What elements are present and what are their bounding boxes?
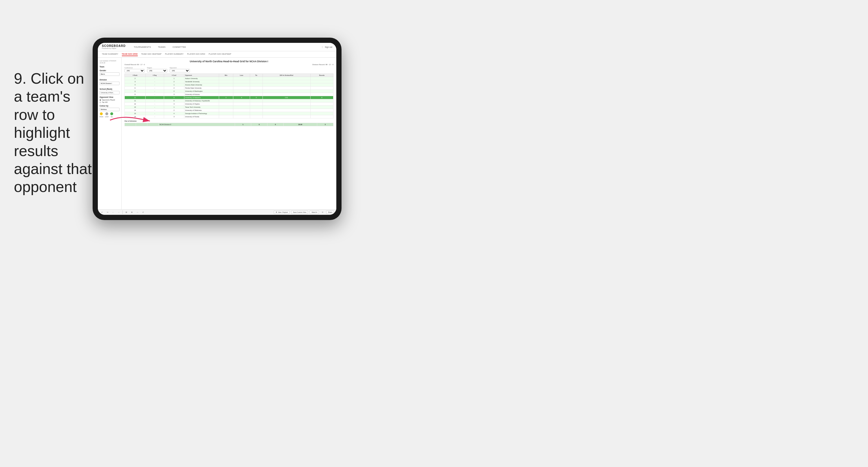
table-row[interactable]: 12-3University of Virginia — [125, 103, 334, 106]
col-rounds: Rounds — [310, 74, 333, 77]
opponent-filter: Opponent (All) — [169, 67, 190, 72]
share-icon[interactable]: ⊙ — [321, 211, 324, 214]
sidebar: Last Updated: 27/03/2024 16:55:38 Team G… — [98, 58, 122, 209]
col-reg: # Reg — [146, 74, 164, 77]
last-updated: Last Updated: 27/03/2024 16:55:38 — [99, 60, 120, 64]
h2h-table: # Rank # Reg # Conf Opponent Win Loss Ti… — [124, 74, 334, 118]
tab-team-h2h-grid[interactable]: TEAM H2H GRID — [122, 52, 138, 56]
toolbar-sep-1 — [122, 210, 123, 214]
table-row[interactable]: 15-4Georgia Institute of Technology — [125, 112, 334, 115]
region-select[interactable]: (All) — [147, 69, 167, 72]
table-row[interactable]: 4-1Arizona State University — [125, 83, 334, 87]
table-row[interactable]: 2-1Auburn University — [125, 77, 334, 80]
col-rank: # Rank — [125, 74, 146, 77]
back-btn[interactable]: ← — [111, 211, 115, 214]
toolbar-clock[interactable]: ⏱ — [141, 211, 145, 214]
forward-btn[interactable]: → — [117, 211, 121, 214]
toolbar-misc-1[interactable]: ⊞ — [124, 211, 128, 214]
main-content: Last Updated: 27/03/2024 16:55:38 Team G… — [98, 58, 336, 209]
table-row[interactable]: 9-3University of Arizona — [125, 93, 334, 96]
undo-btn[interactable]: ↩ — [100, 211, 104, 214]
nav-teams[interactable]: TEAMS — [157, 46, 167, 49]
share-btn[interactable]: Share — [326, 210, 334, 214]
redo-btn[interactable]: ↪ — [106, 211, 110, 214]
radio-top-100[interactable]: Top 100 — [99, 101, 120, 103]
table-row[interactable]: 16-3University of Florida — [125, 115, 334, 118]
filter-row: Conference (All) Region (All) Opponent — [124, 67, 334, 72]
overall-record: Overall Record: 89 - 17 - 0 — [124, 64, 145, 65]
school-label: School (Rank) — [99, 88, 120, 90]
radio-dot-top100 — [99, 101, 101, 103]
col-conf: # Conf — [164, 74, 184, 77]
table-row[interactable]: 11-6University of Arkansas, Fayetteville — [125, 99, 334, 103]
grid-panel: University of North Carolina Head-to-Hea… — [122, 58, 336, 209]
tab-player-h2h-heatmap[interactable]: PLAYER H2H HEATMAP — [209, 52, 231, 56]
conference-filter-label: Conference — [124, 67, 145, 68]
logo-subtitle: Powered by clippd — [102, 48, 126, 49]
col-opponent: Opponent — [184, 74, 219, 77]
tablet-screen: SCOREBOARD Powered by clippd TOURNAMENTS… — [98, 43, 336, 215]
table-row[interactable]: 14-2University of Oklahoma — [125, 109, 334, 112]
col-win: Win — [219, 74, 233, 77]
division-record: Division Record: 88 - 17 - 0 — [312, 64, 334, 65]
out-of-division-row[interactable]: NCAA Division II10026.003 — [125, 123, 334, 126]
logo-title: SCOREBOARD — [102, 45, 126, 48]
table-row[interactable]: 6-2Florida State University — [125, 87, 334, 90]
grid-records: Overall Record: 89 - 17 - 0 Division Rec… — [124, 64, 334, 65]
col-tie: Tie — [250, 74, 262, 77]
tab-player-summary[interactable]: PLAYER SUMMARY — [165, 52, 184, 56]
out-of-division-table: NCAA Division II10026.003 — [124, 123, 334, 126]
tablet-frame: SCOREBOARD Powered by clippd TOURNAMENTS… — [93, 38, 342, 220]
opponent-view-label: Opponent View — [99, 96, 120, 98]
legend-down-label: Down — [99, 116, 103, 118]
col-diff: Diff Av Strokes/Rnd — [262, 74, 310, 77]
colour-by-label: Colour by — [99, 105, 120, 107]
tab-team-summary[interactable]: TEAM SUMMARY — [102, 52, 118, 56]
legend-down: Down — [99, 112, 103, 118]
table-header-row: # Rank # Reg # Conf Opponent Win Loss Ti… — [125, 74, 334, 77]
opponent-select[interactable]: (All) — [169, 69, 190, 72]
table-row[interactable]: 11-5University of Alabama3002.618 — [125, 96, 334, 99]
arrow-annotation — [107, 113, 153, 127]
gender-label: Gender — [99, 69, 120, 71]
instruction-text: 9. Click on a team's row to highlight re… — [14, 69, 95, 196]
nav-committee[interactable]: COMMITTEE — [172, 46, 187, 49]
save-custom-view-btn[interactable]: Save Custom View — [291, 210, 308, 214]
table-row[interactable]: 13-1Texas Tech University — [125, 106, 334, 109]
col-loss: Loss — [233, 74, 250, 77]
division-select[interactable]: NCAA Division I — [99, 82, 120, 85]
toolbar-misc-2[interactable]: ⊕ — [130, 211, 134, 214]
division-label: Division — [99, 79, 120, 81]
view-original-btn[interactable]: 👁 View: Original — [274, 210, 289, 214]
table-row[interactable]: 8-2University of Washington — [125, 90, 334, 93]
opponent-filter-label: Opponent — [169, 67, 190, 68]
toolbar-misc-3[interactable]: ·−· — [135, 211, 140, 214]
school-value[interactable]: University of Nort... — [99, 91, 120, 94]
nav-bar: SCOREBOARD Powered by clippd TOURNAMENTS… — [98, 43, 336, 51]
table-row[interactable]: 3-2Vanderbilt University — [125, 80, 334, 83]
region-filter-label: Region — [147, 67, 167, 68]
bottom-toolbar: ↩ ↪ ← → ⊞ ⊕ ·−· ⏱ 👁 View: Original Save … — [98, 209, 336, 215]
region-filter: Region (All) — [147, 67, 167, 72]
sign-out-button[interactable]: Sign out — [322, 46, 332, 48]
legend-down-circle — [100, 112, 103, 115]
grid-title: University of North Carolina Head-to-Hea… — [124, 60, 334, 63]
out-of-division-label: Out of division — [124, 120, 334, 122]
team-label: Team — [99, 66, 120, 68]
opponent-view-options: Opponents Played Top 100 — [99, 99, 120, 103]
conference-filter: Conference (All) — [124, 67, 145, 72]
radio-opponents-played[interactable]: Opponents Played — [99, 99, 120, 101]
tab-player-h2h-grid[interactable]: PLAYER H2H GRID — [187, 52, 205, 56]
colour-by-select[interactable]: Win/loss — [99, 108, 120, 111]
conference-select[interactable]: (All) — [124, 69, 145, 72]
gender-select[interactable]: Men's — [99, 72, 120, 76]
nav-tournaments[interactable]: TOURNAMENTS — [132, 46, 152, 49]
sub-nav: TEAM SUMMARY TEAM H2H GRID TEAM H2H HEAT… — [98, 51, 336, 58]
watch-btn[interactable]: Watch ▾ — [310, 210, 319, 214]
logo-area: SCOREBOARD Powered by clippd — [102, 45, 126, 49]
radio-dot-opponents — [99, 99, 101, 101]
tab-team-h2h-heatmap[interactable]: TEAM H2H HEATMAP — [141, 52, 161, 56]
